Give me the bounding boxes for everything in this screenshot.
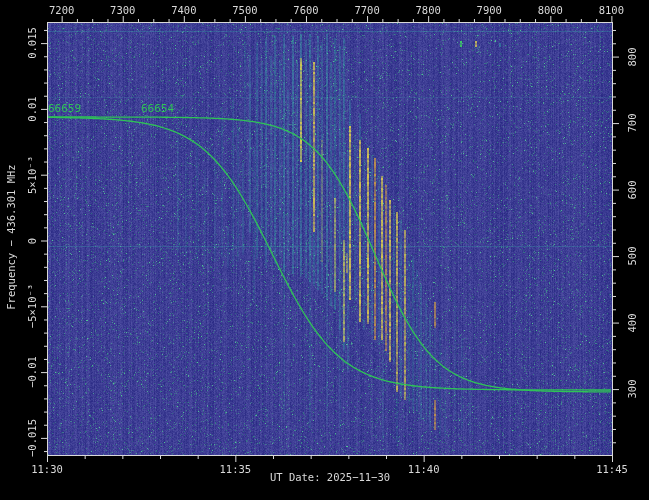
spectrogram-canvas bbox=[0, 0, 649, 500]
y-axis-title: Frequency − 436.301 MHz bbox=[5, 164, 17, 309]
ut-date-label: UT Date: 2025−11−30 bbox=[270, 471, 390, 483]
curve-label-66654: 66654 bbox=[141, 103, 174, 114]
curve-label-66659: 66659 bbox=[48, 103, 81, 114]
spectrogram-figure: 7200730074007500760077007800790080008100… bbox=[0, 0, 649, 500]
